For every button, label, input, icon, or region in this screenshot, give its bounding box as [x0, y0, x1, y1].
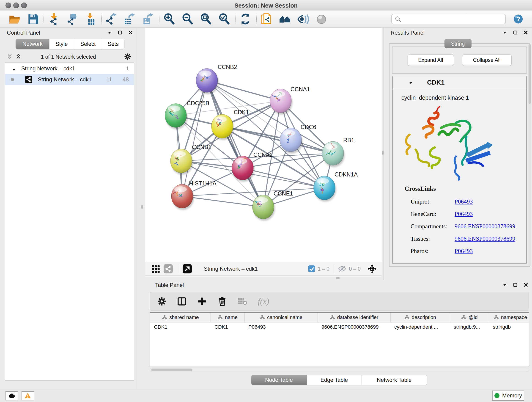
network-options-gear-icon[interactable]	[124, 53, 131, 60]
crosslink-link[interactable]: P06493	[455, 211, 473, 217]
results-scrollbar[interactable]	[528, 44, 531, 266]
network-node-CDKN1A[interactable]: CDKN1A	[314, 171, 358, 202]
help-icon[interactable]: ?	[513, 13, 524, 25]
tab-network[interactable]: Network	[16, 39, 50, 49]
grid-view-icon[interactable]	[151, 264, 160, 274]
column-header-name[interactable]: name	[211, 313, 245, 322]
network-row[interactable]: String Network – cdk1 11 48	[5, 74, 134, 85]
table-cell[interactable]: stringdb:9...	[450, 322, 489, 332]
table-cell[interactable]: cyclin-dependent ...	[391, 322, 450, 332]
tab-edge-table[interactable]: Edge Table	[307, 375, 362, 385]
network-node-CDC6[interactable]: CDC6	[280, 124, 316, 153]
table-cell[interactable]: 9606.ENSP00000378699	[318, 322, 391, 332]
cloud-status-button[interactable]	[6, 391, 18, 400]
panel-menu-icon[interactable]	[502, 30, 507, 35]
fit-selected-crosshair-icon[interactable]	[367, 264, 377, 274]
hidden-eye-icon[interactable]	[338, 265, 346, 272]
show-columns-icon[interactable]	[177, 297, 187, 306]
network-edge[interactable]	[182, 196, 263, 207]
table-options-gear-icon[interactable]	[157, 297, 167, 306]
table-cell[interactable]: CDK1	[150, 322, 211, 332]
collapse-section-icon[interactable]	[409, 81, 413, 85]
left-splitter-handle[interactable]	[141, 205, 143, 209]
network-status-dot	[11, 78, 14, 81]
panel-close-icon[interactable]	[128, 30, 133, 35]
gene-card-header[interactable]: CDK1	[393, 76, 526, 89]
column-header-namespace[interactable]: namespace	[489, 313, 529, 322]
column-header-description[interactable]: description	[391, 313, 450, 322]
export-network-icon[interactable]	[105, 13, 118, 25]
warnings-button[interactable]	[22, 391, 34, 400]
network-view-canvas[interactable]: CCNB2 CCNA1 CDC25B CDK1 CDC6 RB1 CCNB1	[145, 28, 382, 262]
tab-sets[interactable]: Sets	[102, 39, 124, 49]
crosslink-link[interactable]: P06493	[455, 198, 473, 205]
table-horizontal-scrollbar[interactable]	[150, 368, 529, 372]
open-file-icon[interactable]	[8, 13, 21, 25]
table-row[interactable]: CDK1CDK1P064939606.ENSP00000378699cyclin…	[150, 322, 529, 332]
gene-card-cdk1: CDK1 cyclin–dependent kinase 1	[392, 76, 527, 264]
collapse-all-button[interactable]: Collapse All	[462, 54, 512, 66]
panel-float-icon[interactable]	[118, 30, 123, 35]
network-node-HIST1H1A[interactable]: HIST1H1A	[171, 180, 216, 210]
table-cell[interactable]: P06493	[245, 322, 318, 332]
export-image-icon[interactable]	[142, 13, 154, 25]
import-network-database-icon[interactable]	[66, 13, 78, 25]
panel-float-icon[interactable]	[513, 282, 518, 287]
column-header-database-identifier[interactable]: database identifier	[318, 313, 391, 322]
network-edge[interactable]	[182, 80, 207, 196]
expand-all-button[interactable]: Expand All	[408, 54, 454, 66]
tab-node-table[interactable]: Node Table	[251, 375, 307, 385]
column-header-canonical-name[interactable]: canonical name	[245, 313, 318, 322]
network-collection-row[interactable]: String Network – cdk1 1	[5, 63, 134, 74]
zoom-in-icon[interactable]	[163, 13, 176, 25]
import-network-icon[interactable]	[48, 13, 60, 25]
column-header-shared-name[interactable]: shared name	[150, 313, 211, 322]
import-network-url-icon[interactable]	[260, 13, 273, 25]
zoom-selected-icon[interactable]	[218, 13, 230, 25]
network-edge[interactable]	[207, 80, 263, 207]
import-table-icon[interactable]	[84, 13, 97, 25]
crosslink-link[interactable]: 9606.ENSP00000378699	[455, 223, 515, 230]
panel-close-icon[interactable]	[523, 282, 528, 287]
crosslink-link[interactable]: P06493	[455, 248, 473, 255]
network-overview-icon[interactable]	[164, 264, 173, 274]
save-session-icon[interactable]	[27, 13, 39, 25]
crosslink-link[interactable]: 9606.ENSP00000378699	[455, 235, 515, 242]
results-panel: Results Panel String Expand All Collapse…	[384, 28, 532, 280]
network-node-CDK1[interactable]: CDK1	[211, 109, 249, 140]
search-input[interactable]	[401, 14, 503, 24]
panel-menu-icon[interactable]	[502, 282, 507, 287]
window-title: Session: New Session	[0, 2, 532, 9]
panel-float-icon[interactable]	[513, 30, 518, 35]
export-table-icon[interactable]	[124, 13, 136, 25]
birdseye-view-icon[interactable]	[183, 264, 192, 274]
tab-network-table[interactable]: Network Table	[362, 375, 427, 385]
add-column-icon[interactable]	[197, 297, 207, 306]
network-node-RB1[interactable]: RB1	[322, 137, 355, 167]
table-cell[interactable]: CDK1	[211, 322, 245, 332]
zoom-out-icon[interactable]	[181, 13, 194, 25]
delete-column-trash-icon[interactable]	[217, 297, 227, 306]
search-box[interactable]	[391, 14, 506, 24]
table-cell[interactable]: stringdb	[489, 322, 529, 332]
selected-checkbox-icon[interactable]	[308, 265, 315, 272]
zoom-fit-icon[interactable]	[200, 13, 212, 25]
home-icon[interactable]	[279, 13, 291, 25]
refresh-icon[interactable]	[239, 13, 252, 25]
collection-count: 1	[126, 65, 129, 72]
tab-style[interactable]: Style	[50, 39, 74, 49]
panel-menu-icon[interactable]	[107, 30, 112, 35]
column-header-@id[interactable]: @id	[450, 313, 489, 322]
tab-select[interactable]: Select	[74, 39, 102, 49]
toolbar-separator	[159, 13, 159, 25]
network-type-icon	[25, 76, 32, 83]
network-node-CCNE1[interactable]: CCNE1	[253, 190, 293, 221]
panel-close-icon[interactable]	[523, 30, 528, 35]
rendering-detail-icon[interactable]	[315, 13, 328, 25]
network-node-CCNB1[interactable]: CCNB1	[171, 144, 211, 175]
bottom-splitter-handle[interactable]	[336, 277, 340, 279]
collection-expand-icon[interactable]	[12, 67, 16, 70]
tab-string[interactable]: String	[444, 39, 472, 48]
show-hide-graphics-icon[interactable]	[297, 13, 309, 25]
memory-button[interactable]: Memory	[492, 390, 524, 401]
